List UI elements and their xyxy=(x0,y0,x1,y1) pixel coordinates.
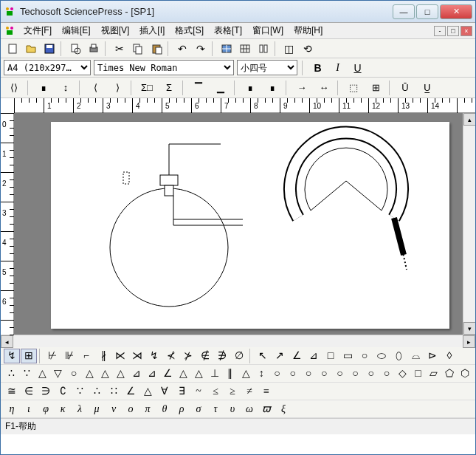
symbol[interactable]: △ xyxy=(238,366,253,381)
symbol[interactable]: ▽ xyxy=(51,366,66,381)
symbol[interactable]: ∁ xyxy=(55,384,71,399)
tool-4[interactable]: ⟩ xyxy=(107,79,128,97)
symbol[interactable]: △ xyxy=(35,366,49,381)
symbol[interactable]: ∴ xyxy=(89,384,105,399)
symbol[interactable]: ⬯ xyxy=(390,349,407,363)
symbol[interactable]: ○ xyxy=(364,366,379,381)
symbol[interactable]: ~ xyxy=(190,384,207,399)
menu-format[interactable]: 格式[S] xyxy=(171,23,207,38)
symbol[interactable]: ↗ xyxy=(272,349,288,363)
symbol[interactable]: ≤ xyxy=(207,384,224,399)
symbol[interactable]: τ xyxy=(207,402,224,417)
undo-button[interactable]: ↶ xyxy=(173,41,190,57)
symbol[interactable]: ⊁ xyxy=(180,349,196,363)
tool-3[interactable]: ⟨ xyxy=(85,79,106,97)
symbol[interactable]: ⊿ xyxy=(145,366,159,381)
tool-under[interactable]: ▁ xyxy=(210,79,231,97)
symbol[interactable]: ↕ xyxy=(254,366,269,381)
symbol[interactable]: ⊿ xyxy=(129,366,144,381)
symbol[interactable]: ∴ xyxy=(4,366,18,381)
symbol[interactable]: θ xyxy=(156,402,173,417)
symbol[interactable]: ⊳ xyxy=(424,349,441,363)
tool-sub[interactable]: ∎ xyxy=(33,79,54,97)
mdi-restore[interactable]: □ xyxy=(447,26,459,36)
menu-window[interactable]: 窗口[W] xyxy=(249,23,287,38)
symbol[interactable]: ∵ xyxy=(72,384,88,399)
tool-2[interactable]: ↕ xyxy=(55,79,76,97)
close-button[interactable]: ✕ xyxy=(440,4,472,19)
symbol[interactable]: ∈ xyxy=(21,384,37,399)
symbol[interactable]: △ xyxy=(97,366,112,381)
symbol[interactable]: ⋉ xyxy=(112,349,128,363)
symbol[interactable]: ρ xyxy=(173,402,190,417)
cut-button[interactable]: ✂ xyxy=(111,41,128,57)
tool-uu2[interactable]: U̲ xyxy=(417,79,438,97)
canvas[interactable]: ▴ ▾ xyxy=(14,113,475,335)
symbol[interactable]: ∅ xyxy=(231,349,247,363)
maximize-button[interactable]: □ xyxy=(416,4,438,19)
tool-sigma2[interactable]: Σ xyxy=(159,79,179,97)
tool-sigma[interactable]: Σ□ xyxy=(137,79,157,97)
symbol[interactable]: △ xyxy=(176,366,190,381)
symbol[interactable]: ξ xyxy=(275,402,292,417)
symbol[interactable]: ∥ xyxy=(223,366,238,381)
symbol[interactable]: □ xyxy=(322,349,339,363)
symbol[interactable]: ⊀ xyxy=(163,349,179,363)
scrollbar-vertical[interactable]: ▴ ▾ xyxy=(463,113,475,335)
symbol[interactable]: ○ xyxy=(379,366,394,381)
symbol[interactable]: △ xyxy=(139,384,156,399)
shape-button[interactable]: ◫ xyxy=(280,41,297,57)
symbol[interactable]: ∉ xyxy=(197,349,213,363)
symbol[interactable]: ∠ xyxy=(289,349,305,363)
mdi-close[interactable]: × xyxy=(461,26,472,36)
menu-table[interactable]: 表格[T] xyxy=(210,23,246,38)
symbol[interactable]: ∠ xyxy=(123,384,139,399)
print-button[interactable] xyxy=(85,41,102,57)
symbol[interactable]: ↖ xyxy=(255,349,271,363)
menu-view[interactable]: 视图[V] xyxy=(97,23,134,38)
scroll-left[interactable]: ◂ xyxy=(1,335,13,348)
symbol[interactable]: ◇ xyxy=(395,366,410,381)
mdi-minimize[interactable]: - xyxy=(434,26,446,36)
tool-ul[interactable]: ∎ xyxy=(262,79,283,97)
menu-file[interactable]: 文件[F] xyxy=(20,23,55,38)
columns-button[interactable] xyxy=(255,41,272,57)
symbol[interactable]: φ xyxy=(38,402,54,417)
grid-button[interactable] xyxy=(236,41,253,57)
paper-size-select[interactable]: A4 (210x297… xyxy=(4,60,91,75)
symbol[interactable]: ⬡ xyxy=(458,366,472,381)
symbol[interactable]: η xyxy=(4,402,20,417)
tool-over[interactable]: ▔ xyxy=(188,79,209,97)
menu-help[interactable]: 帮助[H] xyxy=(290,23,326,38)
symbol[interactable]: μ xyxy=(89,402,105,417)
symbol[interactable]: △ xyxy=(191,366,206,381)
scroll-right[interactable]: ▸ xyxy=(463,335,475,348)
scroll-down[interactable]: ▾ xyxy=(463,322,475,335)
symbol[interactable]: π xyxy=(139,402,156,417)
symbol[interactable]: ⊿ xyxy=(306,349,322,363)
symbol[interactable]: ι xyxy=(21,402,37,417)
symbol[interactable]: ⋊ xyxy=(129,349,145,363)
symbol[interactable]: ○ xyxy=(348,366,362,381)
font-size-select[interactable]: 小四号 xyxy=(237,60,297,75)
scrollbar-horizontal[interactable]: ◂ ▸ xyxy=(1,335,475,347)
tool-bar[interactable]: ∎ xyxy=(240,79,261,97)
symbol[interactable]: ∀ xyxy=(156,384,173,399)
tool-dots[interactable]: ⬚ xyxy=(343,79,364,97)
symbol[interactable]: ≥ xyxy=(224,384,241,399)
print-preview-button[interactable] xyxy=(66,41,83,57)
redo-button[interactable]: ↷ xyxy=(192,41,209,57)
symbol[interactable]: ○ xyxy=(332,366,347,381)
symbol[interactable]: σ xyxy=(190,402,207,417)
symbol[interactable]: ≡ xyxy=(258,384,275,399)
symbol[interactable]: ▱ xyxy=(426,366,441,381)
symbol[interactable]: ∃ xyxy=(173,384,190,399)
bold-button[interactable]: B xyxy=(309,60,326,76)
underline-button[interactable]: U xyxy=(349,60,366,76)
loop-button[interactable]: ⟲ xyxy=(299,41,316,57)
symbol[interactable]: ○ xyxy=(66,366,81,381)
symbol[interactable]: ϖ xyxy=(258,402,275,417)
menu-edit[interactable]: 编辑[E] xyxy=(58,23,94,38)
tool-grid[interactable]: ⊞ xyxy=(365,79,386,97)
symbol[interactable]: ν xyxy=(106,402,122,417)
